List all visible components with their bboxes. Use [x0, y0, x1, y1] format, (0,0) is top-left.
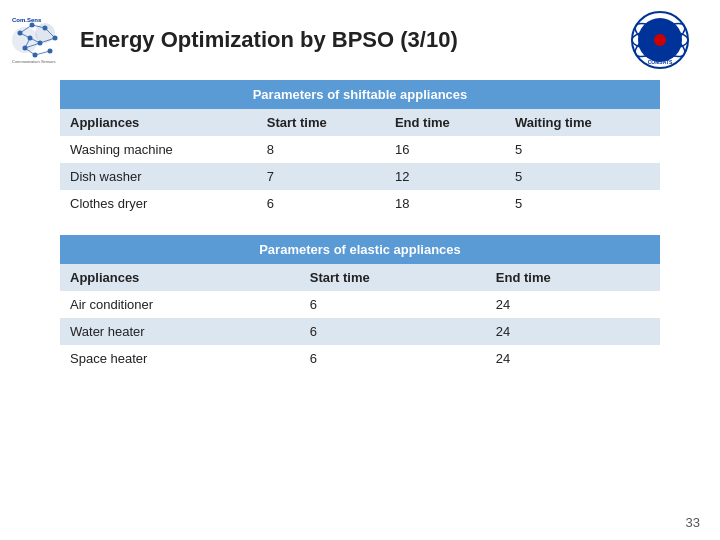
shiftable-table-header: Appliances Start time End time Waiting t… — [60, 109, 660, 136]
table-cell: Air conditioner — [60, 291, 300, 318]
elastic-table-title: Parameters of elastic appliances — [60, 235, 660, 264]
table-row: Clothes dryer6185 — [60, 190, 660, 217]
elastic-table-container: Parameters of elastic appliances Applian… — [60, 235, 660, 372]
col-waiting-time: Waiting time — [505, 109, 660, 136]
table-cell: 6 — [300, 318, 486, 345]
svg-text:Communication Sensors: Communication Sensors — [12, 59, 56, 64]
col-end-time-2: End time — [486, 264, 660, 291]
svg-point-28 — [654, 34, 666, 46]
table-cell: Washing machine — [60, 136, 257, 163]
table-cell: 5 — [505, 190, 660, 217]
elastic-table: Appliances Start time End time Air condi… — [60, 264, 660, 372]
svg-text:Com.Sens: Com.Sens — [12, 17, 42, 23]
col-end-time-1: End time — [385, 109, 505, 136]
col-start-time-1: Start time — [257, 109, 385, 136]
main-content: Parameters of shiftable appliances Appli… — [0, 75, 720, 400]
logo-area: Com.Sens Communication Sensors Energy Op… — [10, 13, 458, 68]
table-row: Washing machine8165 — [60, 136, 660, 163]
table-cell: 12 — [385, 163, 505, 190]
table-cell: 24 — [486, 318, 660, 345]
shiftable-table-title: Parameters of shiftable appliances — [60, 80, 660, 109]
col-start-time-2: Start time — [300, 264, 486, 291]
table-row: Dish washer7125 — [60, 163, 660, 190]
table-cell: 24 — [486, 345, 660, 372]
table-cell: 6 — [300, 291, 486, 318]
header: Com.Sens Communication Sensors Energy Op… — [0, 0, 720, 75]
shiftable-table: Appliances Start time End time Waiting t… — [60, 109, 660, 217]
table-row: Water heater624 — [60, 318, 660, 345]
shiftable-table-container: Parameters of shiftable appliances Appli… — [60, 80, 660, 217]
svg-line-17 — [35, 51, 50, 55]
table-cell: 6 — [257, 190, 385, 217]
table-cell: 8 — [257, 136, 385, 163]
comsats-logo-icon: COMSATS — [630, 10, 690, 70]
table-cell: 5 — [505, 136, 660, 163]
comsens-logo-icon: Com.Sens Communication Sensors — [10, 13, 70, 68]
table-cell: Dish washer — [60, 163, 257, 190]
col-appliances-1: Appliances — [60, 109, 257, 136]
page-number: 33 — [686, 515, 700, 530]
table-cell: 6 — [300, 345, 486, 372]
table-cell: 16 — [385, 136, 505, 163]
table-row: Air conditioner624 — [60, 291, 660, 318]
table-cell: 7 — [257, 163, 385, 190]
table-row: Space heater624 — [60, 345, 660, 372]
page-title: Energy Optimization by BPSO (3/10) — [80, 27, 458, 53]
table-cell: Clothes dryer — [60, 190, 257, 217]
table-cell: 5 — [505, 163, 660, 190]
table-cell: Water heater — [60, 318, 300, 345]
table-cell: 18 — [385, 190, 505, 217]
col-appliances-2: Appliances — [60, 264, 300, 291]
elastic-table-header: Appliances Start time End time — [60, 264, 660, 291]
table-cell: 24 — [486, 291, 660, 318]
table-cell: Space heater — [60, 345, 300, 372]
svg-text:COMSATS: COMSATS — [648, 59, 673, 65]
